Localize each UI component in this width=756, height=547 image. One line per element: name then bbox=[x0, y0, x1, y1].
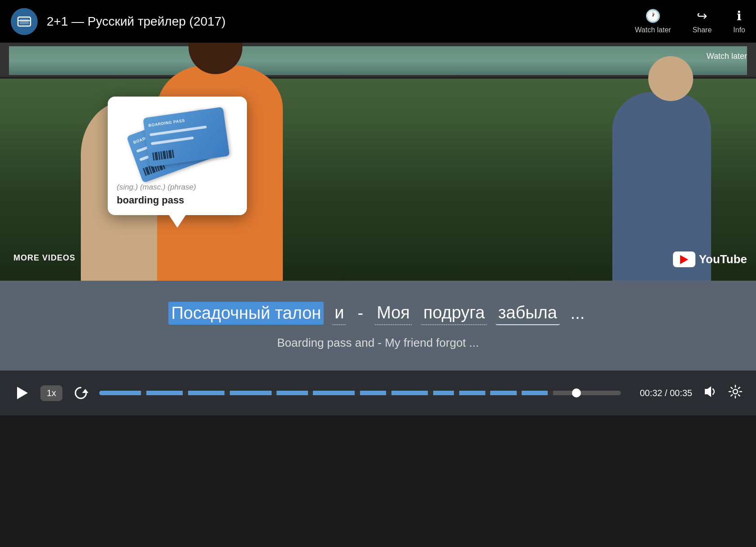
bottom-space bbox=[0, 415, 756, 547]
fbar2 bbox=[154, 152, 158, 160]
tooltip-grammar: (sing.) (masc.) (phrase) bbox=[117, 183, 238, 192]
header-actions: 🕐 Watch later ↪ Share ℹ Info bbox=[635, 9, 745, 34]
svg-marker-5 bbox=[705, 386, 711, 397]
seg-gap4 bbox=[272, 391, 277, 395]
progress-bar[interactable] bbox=[99, 391, 621, 395]
video-title: 2+1 — Русский трейлер (2017) bbox=[47, 14, 635, 29]
tooltip-word: boarding pass bbox=[117, 194, 238, 206]
play-button[interactable] bbox=[13, 385, 30, 401]
subtitle-word-5[interactable]: подруга bbox=[421, 301, 488, 325]
subtitle-word-7[interactable]: ... bbox=[568, 302, 588, 325]
bp-line-f2 bbox=[151, 137, 194, 145]
seg11 bbox=[490, 391, 516, 395]
youtube-play-triangle bbox=[680, 255, 688, 264]
watch-later-overlay-label: Watch later bbox=[707, 52, 747, 61]
youtube-icon bbox=[673, 251, 695, 267]
subtitle-english: Boarding pass and - My friend forgot ... bbox=[277, 336, 479, 350]
info-label: Info bbox=[733, 26, 745, 34]
watch-later-label: Watch later bbox=[635, 26, 671, 34]
volume-button[interactable] bbox=[703, 384, 717, 402]
bp-barcode-front bbox=[152, 142, 224, 160]
time-display: 00:32 / 00:35 bbox=[640, 388, 692, 398]
progress-segments bbox=[99, 391, 621, 395]
subtitle-word-2[interactable]: и bbox=[332, 301, 347, 325]
time-total: 00:35 bbox=[670, 388, 692, 398]
svg-marker-4 bbox=[82, 389, 88, 393]
speed-button[interactable]: 1x bbox=[40, 385, 62, 401]
seg7 bbox=[360, 391, 386, 395]
controls-bar: 1x bbox=[0, 371, 756, 415]
window-glass bbox=[9, 46, 747, 75]
progress-thumb[interactable] bbox=[572, 388, 581, 397]
share-label: Share bbox=[693, 26, 712, 34]
info-button[interactable]: ℹ Info bbox=[733, 9, 745, 34]
bp-line-f1 bbox=[149, 125, 207, 136]
watch-later-overlay[interactable]: Watch later bbox=[707, 52, 747, 61]
fbar7 bbox=[168, 150, 172, 159]
seg4 bbox=[230, 391, 272, 395]
share-icon: ↪ bbox=[697, 9, 707, 23]
seg-empty bbox=[574, 391, 621, 395]
subtitle-russian: Посадочный талон и - Моя подруга забыла … bbox=[168, 301, 587, 325]
seg-gap11 bbox=[517, 391, 522, 395]
youtube-text: YouTube bbox=[699, 252, 747, 266]
seg-gap2 bbox=[183, 391, 188, 395]
info-icon: ℹ bbox=[737, 9, 742, 23]
seg-gap10 bbox=[485, 391, 491, 395]
person-right-head bbox=[648, 56, 693, 101]
time-separator: / bbox=[665, 388, 670, 398]
bp-label-front: BOARDING PASS bbox=[148, 114, 220, 128]
seg-remaining bbox=[553, 391, 574, 395]
seg10 bbox=[459, 391, 485, 395]
progress-container[interactable] bbox=[99, 391, 621, 395]
clock-icon: 🕐 bbox=[645, 9, 661, 23]
speed-label: 1x bbox=[47, 388, 56, 398]
seg1 bbox=[99, 391, 141, 395]
fbar5 bbox=[163, 151, 166, 159]
seg-gap7 bbox=[386, 391, 391, 395]
svg-point-6 bbox=[733, 389, 738, 394]
seg-gap8 bbox=[428, 391, 433, 395]
seg-gap1 bbox=[141, 391, 146, 395]
seg-gap5 bbox=[308, 391, 313, 395]
share-button[interactable]: ↪ Share bbox=[693, 9, 712, 34]
svg-rect-1 bbox=[20, 19, 29, 24]
subtitle-area: Посадочный талон и - Моя подруга забыла … bbox=[0, 281, 756, 371]
bp-card-front: BOARDING PASS bbox=[143, 107, 230, 167]
seg2 bbox=[146, 391, 183, 395]
seg9 bbox=[433, 391, 454, 395]
seg-gap3 bbox=[224, 391, 230, 395]
word-tooltip: BOARDING PASS bbox=[108, 97, 247, 215]
video-background: BOARDING PASS bbox=[0, 43, 756, 281]
seg3 bbox=[188, 391, 224, 395]
tooltip-image: BOARDING PASS bbox=[117, 106, 238, 177]
seg6 bbox=[313, 391, 355, 395]
subtitle-word-6[interactable]: забыла bbox=[496, 301, 560, 325]
settings-button[interactable] bbox=[728, 384, 743, 402]
seg-gap9 bbox=[454, 391, 459, 395]
scene-window bbox=[0, 43, 756, 79]
watch-later-button[interactable]: 🕐 Watch later bbox=[635, 9, 671, 34]
subtitle-word-4[interactable]: Моя bbox=[374, 301, 413, 325]
time-current: 00:32 bbox=[640, 388, 662, 398]
svg-marker-3 bbox=[17, 387, 28, 399]
subtitle-word-1[interactable]: Посадочный талон bbox=[168, 302, 324, 325]
boarding-pass-illustration: BOARDING PASS bbox=[128, 108, 227, 175]
channel-logo[interactable] bbox=[11, 8, 38, 35]
video-player[interactable]: BOARDING PASS bbox=[0, 43, 756, 281]
seg8 bbox=[391, 391, 428, 395]
seg12 bbox=[522, 391, 548, 395]
subtitle-word-3[interactable]: - bbox=[355, 302, 366, 325]
replay-button[interactable] bbox=[73, 385, 88, 401]
seg-gap12 bbox=[548, 391, 553, 395]
header-bar: 2+1 — Русский трейлер (2017) 🕐 Watch lat… bbox=[0, 0, 756, 43]
seg-gap6 bbox=[355, 391, 360, 395]
fbar8 bbox=[172, 150, 174, 158]
seg5 bbox=[277, 391, 308, 395]
youtube-logo: YouTube bbox=[673, 251, 747, 267]
more-videos-label[interactable]: MORE VIDEOS bbox=[13, 253, 75, 263]
